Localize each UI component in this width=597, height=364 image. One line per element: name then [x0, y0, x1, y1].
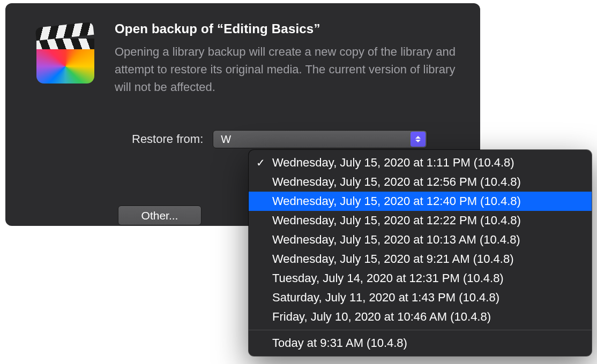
- menu-item-label: Wednesday, July 15, 2020 at 10:13 AM (10…: [272, 233, 520, 247]
- menu-item-today[interactable]: Today at 9:31 AM (10.4.8): [249, 333, 592, 353]
- menu-item-label: Wednesday, July 15, 2020 at 1:11 PM (10.…: [272, 156, 514, 170]
- menu-item-1[interactable]: Wednesday, July 15, 2020 at 12:56 PM (10…: [249, 172, 592, 192]
- dialog-title: Open backup of “Editing Basics”: [115, 21, 459, 36]
- menu-item-2[interactable]: Wednesday, July 15, 2020 at 12:40 PM (10…: [249, 192, 592, 211]
- dropdown-selected-text: W: [221, 133, 231, 146]
- other-button[interactable]: Other...: [118, 206, 202, 225]
- menu-item-6[interactable]: Tuesday, July 14, 2020 at 12:31 PM (10.4…: [249, 269, 592, 288]
- menu-item-label: Wednesday, July 15, 2020 at 12:40 PM (10…: [272, 194, 521, 208]
- menu-separator: [249, 330, 592, 330]
- menu-item-label: Friday, July 10, 2020 at 10:46 AM (10.4.…: [272, 310, 491, 324]
- menu-item-4[interactable]: Wednesday, July 15, 2020 at 10:13 AM (10…: [249, 230, 592, 249]
- restore-from-label: Restore from:: [132, 132, 203, 146]
- menu-item-8[interactable]: Friday, July 10, 2020 at 10:46 AM (10.4.…: [249, 307, 592, 327]
- restore-from-row: Restore from: W: [132, 130, 459, 148]
- dialog-header: Open backup of “Editing Basics” Opening …: [25, 20, 459, 96]
- menu-item-label: Tuesday, July 14, 2020 at 12:31 PM (10.4…: [272, 271, 504, 285]
- dialog-text-block: Open backup of “Editing Basics” Opening …: [115, 20, 459, 96]
- menu-item-7[interactable]: Saturday, July 11, 2020 at 1:43 PM (10.4…: [249, 288, 592, 307]
- checkmark-icon: ✓: [256, 156, 265, 169]
- menu-item-label: Wednesday, July 15, 2020 at 12:22 PM (10…: [272, 214, 521, 228]
- restore-from-menu: ✓ Wednesday, July 15, 2020 at 1:11 PM (1…: [249, 150, 592, 356]
- menu-item-0[interactable]: ✓ Wednesday, July 15, 2020 at 1:11 PM (1…: [249, 153, 592, 172]
- other-button-label: Other...: [141, 209, 178, 222]
- menu-item-label: Today at 9:31 AM (10.4.8): [272, 336, 407, 350]
- fcpx-app-icon: [36, 26, 94, 84]
- menu-item-label: Wednesday, July 15, 2020 at 12:56 PM (10…: [272, 175, 521, 189]
- restore-from-dropdown[interactable]: W: [213, 130, 427, 148]
- dialog-description: Opening a library backup will create a n…: [115, 43, 458, 96]
- menu-item-5[interactable]: Wednesday, July 15, 2020 at 9:21 AM (10.…: [249, 249, 592, 269]
- menu-item-label: Saturday, July 11, 2020 at 1:43 PM (10.4…: [272, 291, 499, 305]
- menu-item-3[interactable]: Wednesday, July 15, 2020 at 12:22 PM (10…: [249, 211, 592, 230]
- updown-arrows-icon: [411, 132, 426, 147]
- menu-item-label: Wednesday, July 15, 2020 at 9:21 AM (10.…: [272, 252, 513, 266]
